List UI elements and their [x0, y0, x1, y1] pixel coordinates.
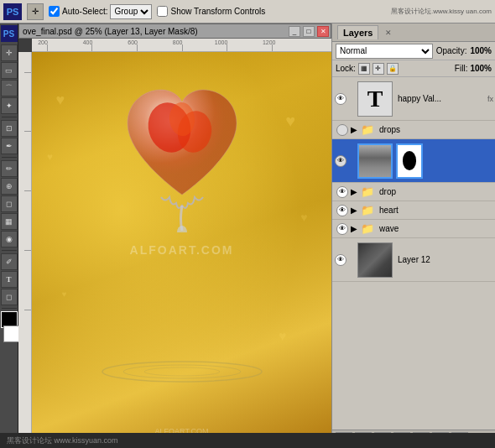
tool-move[interactable]: ✛	[1, 44, 18, 61]
left-ps-icon: PS	[1, 25, 18, 42]
folder-icon-drop: 📁	[361, 185, 374, 198]
opacity-label: Opacity:	[436, 46, 467, 55]
blend-opacity-row: Normal Opacity: 100%	[332, 42, 495, 60]
expand-arrow-drop: ▶	[351, 187, 357, 196]
tool-gradient[interactable]: ▦	[1, 213, 18, 230]
close-button[interactable]: ✕	[317, 26, 329, 37]
tool-separator-1	[2, 117, 17, 117]
auto-select-select[interactable]: Group	[110, 4, 152, 19]
layer-visibility-heart[interactable]: 👁	[336, 205, 349, 216]
tool-text[interactable]: T	[1, 271, 18, 288]
canvas-wrapper: ove_final.psd @ 25% (Layer 13, Layer Mas…	[18, 23, 331, 448]
expand-arrow-wave: ▶	[351, 224, 357, 233]
eye-icon-heart: 👁	[336, 205, 348, 216]
layer-item-wave-folder[interactable]: 👁 ▶ 📁 wave	[332, 220, 495, 238]
layer-visibility-drops[interactable]	[336, 124, 349, 136]
tool-shape[interactable]: ◻	[1, 289, 18, 305]
eye-icon-layer12: 👁	[335, 254, 346, 266]
blend-mode-select[interactable]: Normal	[336, 44, 433, 59]
layer-item-drops-folder[interactable]: ▶ 📁 drops	[332, 121, 495, 139]
window-buttons: _ □ ✕	[287, 26, 329, 37]
svg-point-6	[144, 367, 220, 376]
tool-crop[interactable]: ⊡	[1, 120, 18, 137]
auto-select-checkbox[interactable]	[49, 6, 60, 17]
layer-name-wave: wave	[379, 224, 492, 233]
eye-icon-text: 👁	[335, 93, 346, 105]
canvas-image: ♥ ♥ ♥ ♥ ♥ ♥	[32, 52, 331, 448]
lock-all-icon[interactable]: 🔒	[387, 63, 399, 75]
show-transform-label: Show Transform Controls	[170, 7, 265, 16]
text-thumb-letter: T	[367, 86, 383, 112]
layer-thumb-text: T	[357, 81, 393, 117]
layer-visibility-drops-content[interactable]: 👁	[334, 155, 347, 167]
eye-icon-drops-content: 👁	[335, 155, 346, 167]
main-area: PS ✛ ▭ ⌒ ✦ ⊡ ✒ ✏ ⊕ ◻ ▦ ◉ ✐ T ◻ ove_final…	[0, 23, 495, 448]
ruler-horizontal: 200 400 600 800 1000 1200	[32, 39, 331, 52]
layer-name-drops: drops	[379, 125, 492, 134]
tool-eraser[interactable]: ◻	[1, 195, 18, 212]
layer-item-drops-content[interactable]: 👁	[332, 139, 495, 183]
ruler-vertical	[18, 52, 32, 448]
canvas-content[interactable]: ♥ ♥ ♥ ♥ ♥ ♥	[32, 52, 331, 448]
tool-separator-3	[2, 250, 17, 251]
fill-value: 100%	[470, 64, 492, 73]
left-toolbar: PS ✛ ▭ ⌒ ✦ ⊡ ✒ ✏ ⊕ ◻ ▦ ◉ ✐ T ◻	[0, 23, 18, 448]
eye-icon-drops	[336, 124, 348, 136]
folder-icon-drops: 📁	[361, 123, 374, 136]
move-tool-icon: ✛	[27, 3, 44, 20]
layer-visibility-layer12[interactable]: 👁	[334, 254, 347, 266]
layer-name-layer12: Layer 12	[398, 255, 493, 264]
auto-select-group: Auto-Select: Group	[49, 4, 152, 19]
canvas-watermark-center: ALFOART.COM	[130, 243, 234, 257]
bottom-watermark-bar: 黑客设计论坛 www.kissyuan.com	[0, 433, 495, 448]
layer-item-text[interactable]: 👁 T happy Val... fx	[332, 77, 495, 121]
maximize-button[interactable]: □	[303, 26, 315, 37]
tool-pen[interactable]: ✐	[1, 253, 18, 270]
eye-icon-drop: 👁	[336, 186, 348, 198]
layers-list: 👁 T happy Val... fx ▶ 📁 drops	[332, 77, 495, 430]
ps-logo: PS	[3, 3, 22, 20]
tool-wand[interactable]: ✦	[1, 97, 18, 114]
layer-thumb-drops-photo	[357, 143, 393, 179]
layers-tab-bar: Layers ✕	[332, 23, 495, 42]
tool-bg-color[interactable]	[3, 326, 20, 342]
tool-separator-2	[2, 157, 17, 158]
layer-item-heart-folder[interactable]: 👁 ▶ 📁 heart	[332, 201, 495, 220]
opacity-value: 100%	[470, 46, 492, 55]
layer-fx-text: fx	[487, 95, 493, 103]
doc-titlebar: ove_final.psd @ 25% (Layer 13, Layer Mas…	[18, 23, 331, 39]
layer-item-layer12[interactable]: 👁 Layer 12	[332, 238, 495, 282]
lock-label: Lock:	[336, 64, 356, 73]
layers-panel: Layers ✕ Normal Opacity: 100% Lock: ▦ ✛ …	[331, 23, 495, 448]
tool-stamp[interactable]: ⊕	[1, 178, 18, 195]
svg-point-5	[123, 365, 241, 378]
minimize-button[interactable]: _	[289, 26, 300, 37]
top-toolbar: PS ✛ Auto-Select: Group Show Transform C…	[0, 0, 495, 23]
fill-label: Fill:	[455, 64, 468, 73]
tool-marquee[interactable]: ▭	[1, 62, 18, 79]
doc-title: ove_final.psd @ 25% (Layer 13, Layer Mas…	[23, 27, 327, 36]
tool-lasso[interactable]: ⌒	[1, 80, 18, 96]
toolbar-watermark: 黑客设计论坛.www.kissy uan.com	[391, 7, 492, 16]
layer-name-text: happy Val...	[398, 94, 486, 103]
show-transform-checkbox[interactable]	[157, 6, 168, 17]
layer-name-heart: heart	[379, 206, 492, 215]
expand-arrow-heart: ▶	[351, 206, 357, 215]
lock-position-icon[interactable]: ✛	[373, 63, 384, 75]
layer-visibility-text[interactable]: 👁	[334, 93, 347, 105]
tool-separator-4	[2, 308, 17, 309]
layer-visibility-wave[interactable]: 👁	[336, 223, 349, 235]
tool-brush[interactable]: ✏	[1, 160, 18, 177]
lock-pixel-icon[interactable]: ▦	[358, 63, 370, 75]
layers-tab-close[interactable]: ✕	[385, 29, 392, 37]
lock-fill-row: Lock: ▦ ✛ 🔒 Fill: 100%	[332, 60, 495, 77]
tool-dodge[interactable]: ◉	[1, 231, 18, 247]
layer-thumb-layer12	[357, 242, 393, 278]
auto-select-label: Auto-Select:	[62, 7, 107, 16]
layers-tab[interactable]: Layers	[337, 25, 378, 39]
expand-arrow-drops: ▶	[351, 125, 357, 134]
layer-item-drop-folder[interactable]: 👁 ▶ 📁 drop	[332, 183, 495, 201]
layer-name-drop: drop	[379, 187, 492, 196]
tool-eyedropper[interactable]: ✒	[1, 138, 18, 154]
layer-visibility-drop[interactable]: 👁	[336, 186, 349, 198]
